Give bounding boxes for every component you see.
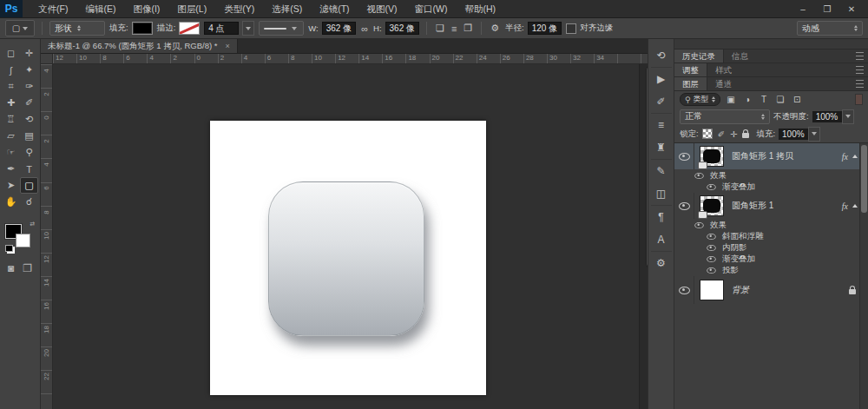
scrollbar-thumb[interactable] — [646, 66, 648, 267]
tool-mode-select[interactable]: 形状 — [49, 21, 105, 36]
fill-opacity-dropdown[interactable] — [808, 127, 820, 142]
properties-panel-icon[interactable]: ≡ — [651, 114, 672, 136]
gradient-tool[interactable]: ▤ — [20, 128, 38, 144]
scrollbar-thumb[interactable] — [861, 145, 867, 213]
path-alignment-icon[interactable]: ≡ — [450, 23, 458, 34]
blend-mode-select[interactable]: 正常 — [680, 109, 770, 124]
menu-item[interactable]: 视图(V) — [358, 0, 406, 17]
height-field[interactable]: 362 像 — [385, 22, 419, 35]
panel-tab[interactable]: 通道 — [707, 77, 740, 90]
layer-comps-panel-icon[interactable]: ◫ — [651, 182, 672, 206]
align-edges-checkbox[interactable] — [566, 23, 576, 34]
effect-row-drop-shadow[interactable]: 投影 — [674, 265, 868, 276]
gear-icon[interactable]: ⚙ — [489, 23, 501, 34]
menu-item[interactable]: 窗口(W) — [406, 0, 457, 17]
quick-mask-icon[interactable]: ◙ — [8, 262, 14, 274]
link-dimensions-icon[interactable]: ∞ — [359, 23, 370, 34]
fill-opacity-field[interactable]: 100% — [779, 129, 808, 140]
menu-item[interactable]: 图像(I) — [124, 0, 168, 17]
layer-fx-icon[interactable]: fx — [842, 152, 852, 162]
filter-type-layers-icon[interactable]: T — [758, 95, 771, 104]
eye-icon[interactable] — [694, 221, 703, 228]
swap-colors-icon[interactable]: ⇄ — [30, 221, 35, 228]
rectangular-marquee-tool[interactable]: ◻ — [2, 45, 20, 62]
rounded-rectangle-tool[interactable]: ▢ — [20, 177, 38, 194]
path-selection-tool[interactable]: ➤ — [2, 177, 20, 194]
pen-tool[interactable]: ✒ — [2, 161, 20, 177]
menu-item[interactable]: 文件(F) — [30, 0, 76, 17]
history-panel-icon[interactable]: ⟲ — [651, 44, 672, 68]
lock-all-icon[interactable] — [742, 133, 749, 138]
layer-name[interactable]: 背景 — [732, 284, 749, 296]
canvas-pasteboard[interactable] — [53, 64, 648, 409]
effects-header-row[interactable]: 效果 — [674, 169, 868, 181]
panel-tab[interactable]: 历史记录 — [674, 49, 724, 63]
tool-preset-picker[interactable]: ▢ — [5, 20, 35, 36]
close-button[interactable]: ✕ — [844, 4, 859, 14]
crop-tool[interactable]: ⌗ — [2, 78, 20, 95]
canvas-vertical-scrollbar[interactable] — [639, 64, 648, 409]
notes-panel-icon[interactable]: ✎ — [651, 160, 672, 182]
healing-brush-tool[interactable]: ✚ — [2, 95, 20, 111]
smudge-tool[interactable]: ☞ — [2, 144, 20, 161]
brush-tool[interactable]: ✐ — [20, 95, 38, 111]
lock-position-icon[interactable]: ✛ — [730, 129, 737, 139]
screen-mode-icon[interactable]: ❐ — [23, 262, 32, 274]
effect-row-gradient-overlay[interactable]: 渐变叠加 — [674, 181, 868, 193]
filter-smart-objects-icon[interactable]: ⊡ — [791, 95, 804, 104]
panel-tab[interactable]: 样式 — [707, 63, 740, 76]
eraser-tool[interactable]: ▱ — [2, 128, 20, 144]
opacity-field[interactable]: 100% — [812, 111, 842, 122]
eye-icon[interactable] — [694, 172, 703, 178]
fill-color-swatch[interactable] — [132, 22, 153, 35]
filter-adjustment-layers-icon[interactable]: ◑ — [741, 95, 754, 104]
stroke-style-select[interactable] — [259, 21, 304, 36]
eye-icon[interactable] — [707, 256, 715, 262]
menu-item[interactable]: 帮助(H) — [457, 0, 505, 17]
effects-header-row[interactable]: 效果 — [674, 219, 868, 231]
menu-item[interactable]: 图层(L) — [168, 0, 215, 17]
layer-row-rounded-rect[interactable]: 圆角矩形 1 fx — [674, 193, 868, 219]
layer-name[interactable]: 圆角矩形 1 拷贝 — [732, 150, 793, 162]
panel-menu-icon[interactable] — [856, 63, 868, 76]
document-tab[interactable]: 未标题-1 @ 66.7% (圆角矩形 1 拷贝, RGB/8) * × — [41, 39, 238, 53]
menu-item[interactable]: 选择(S) — [263, 0, 311, 17]
layers-scrollbar[interactable] — [859, 143, 868, 409]
visibility-toggle[interactable] — [674, 193, 694, 219]
paragraph-panel-icon[interactable]: ¶ — [651, 206, 672, 228]
menu-item[interactable]: 类型(Y) — [215, 0, 263, 17]
panel-menu-icon[interactable] — [856, 77, 868, 90]
stroke-width-dropdown[interactable] — [242, 21, 254, 36]
restore-button[interactable]: ❐ — [819, 4, 835, 14]
magic-wand-tool[interactable]: ✦ — [20, 62, 38, 78]
dodge-tool[interactable]: ⚲ — [20, 144, 38, 161]
type-tool[interactable]: T — [20, 161, 38, 177]
width-field[interactable]: 362 像 — [322, 22, 356, 35]
radius-field[interactable]: 120 像 — [528, 22, 562, 35]
panel-menu-icon[interactable] — [856, 49, 868, 63]
minimize-button[interactable]: – — [795, 4, 811, 14]
background-color-swatch[interactable] — [16, 234, 30, 247]
path-arrange-icon[interactable]: ❐ — [462, 23, 474, 34]
tool-presets-panel-icon[interactable]: ✐ — [651, 90, 672, 114]
character-styles-panel-icon[interactable]: A — [651, 228, 672, 252]
filter-shape-layers-icon[interactable]: ❏ — [774, 95, 787, 104]
lock-transparency-icon[interactable] — [702, 129, 713, 139]
path-operations-icon[interactable]: ❏ — [434, 23, 446, 34]
layer-thumbnail[interactable] — [700, 195, 724, 216]
clone-source-panel-icon[interactable]: ♜ — [651, 136, 672, 160]
layer-row-rounded-rect-copy[interactable]: 圆角矩形 1 拷贝 fx — [674, 143, 868, 169]
history-brush-tool[interactable]: ⟲ — [20, 111, 38, 128]
filter-pixel-layers-icon[interactable]: ▣ — [725, 95, 738, 104]
layer-thumbnail[interactable] — [700, 146, 724, 167]
collapse-effects-icon[interactable] — [852, 155, 858, 158]
lock-pixels-icon[interactable]: ✐ — [718, 129, 725, 139]
panel-tab[interactable]: 调整 — [674, 63, 707, 76]
lasso-tool[interactable]: ʃ — [2, 62, 20, 78]
stroke-width-field[interactable]: 4 点 — [204, 22, 239, 35]
eye-icon[interactable] — [707, 184, 715, 190]
panel-tab[interactable]: 图层 — [674, 77, 707, 90]
rounded-rectangle-shape[interactable] — [268, 181, 424, 336]
layer-filter-type-select[interactable]: ⚲ 类型 — [680, 93, 720, 106]
eyedropper-tool[interactable]: ✑ — [20, 78, 38, 95]
